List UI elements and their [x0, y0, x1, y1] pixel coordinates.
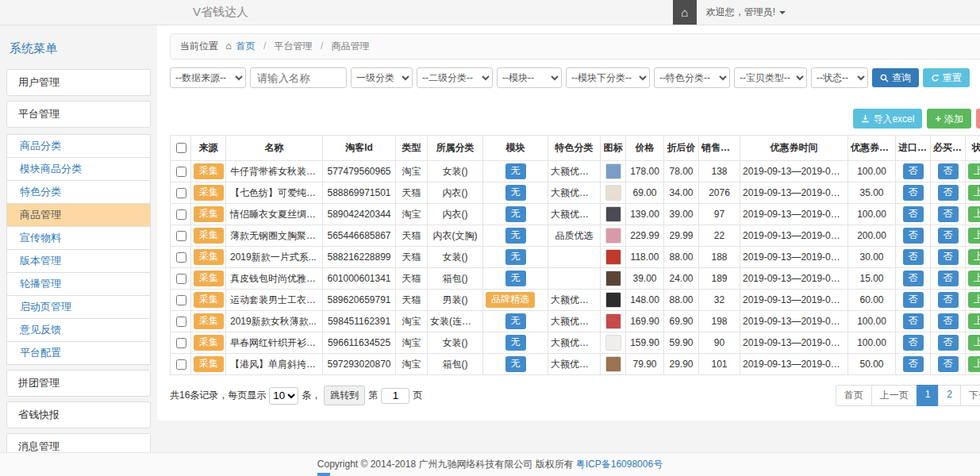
- import-select-toggle[interactable]: 否: [903, 185, 924, 201]
- sidebar-item[interactable]: 意见反馈: [6, 318, 151, 342]
- row-checkbox[interactable]: [176, 231, 186, 241]
- import-select-toggle[interactable]: 否: [903, 228, 924, 244]
- status-badge[interactable]: 上架: [968, 163, 980, 179]
- sidebar-item[interactable]: 省钱快报: [6, 401, 151, 428]
- import-select-cell: 否: [896, 311, 931, 332]
- select-all-checkbox[interactable]: [176, 143, 186, 153]
- breadcrumb-home-link[interactable]: 首页: [236, 40, 256, 52]
- price-cell: 159.90: [626, 332, 664, 354]
- status-badge[interactable]: 上架: [968, 249, 980, 265]
- filter-select[interactable]: --模块--: [497, 67, 562, 88]
- status-badge[interactable]: 上架: [968, 185, 980, 201]
- status-badge[interactable]: 上架: [968, 292, 980, 308]
- product-thumbnail: [605, 335, 621, 351]
- must-buy-toggle[interactable]: 否: [938, 228, 959, 244]
- sidebar-item[interactable]: 宣传物料: [6, 226, 151, 250]
- table-header-row: 来源名称淘客Id类型所属分类模块特色分类图标价格折后价销售数量优惠券时间优惠券金…: [171, 136, 980, 161]
- column-header: 价格: [626, 136, 664, 161]
- sidebar-item[interactable]: 轮播管理: [6, 272, 151, 296]
- must-buy-toggle[interactable]: 否: [938, 356, 959, 372]
- row-checkbox[interactable]: [176, 167, 186, 177]
- jump-button[interactable]: 跳转到: [324, 386, 365, 405]
- user-menu[interactable]: 欢迎您，管理员!: [706, 6, 786, 19]
- status-badge[interactable]: 上架: [968, 356, 980, 372]
- status-badge[interactable]: 上架: [968, 271, 980, 286]
- must-buy-toggle[interactable]: 否: [938, 249, 959, 265]
- must-buy-toggle[interactable]: 否: [938, 206, 959, 222]
- search-button[interactable]: 查询: [872, 68, 919, 87]
- filter-select[interactable]: 一级分类: [351, 67, 413, 88]
- row-checkbox[interactable]: [176, 188, 186, 198]
- status-badge[interactable]: 上架: [968, 335, 980, 351]
- column-header: 状态: [966, 136, 980, 161]
- import-select-toggle[interactable]: 否: [903, 313, 924, 329]
- sidebar-item[interactable]: 特色分类: [6, 180, 151, 204]
- row-checkbox[interactable]: [176, 274, 186, 284]
- batch-delete-button[interactable]: 批量删除: [976, 109, 980, 129]
- coupon-time-cell: 2019-09-13—2019-09-17: [740, 225, 848, 247]
- must-buy-toggle[interactable]: 否: [938, 163, 959, 179]
- per-page-select[interactable]: 10: [269, 387, 298, 405]
- import-select-toggle[interactable]: 否: [903, 271, 924, 286]
- sidebar-item[interactable]: 模块商品分类: [6, 157, 151, 181]
- import-select-toggle[interactable]: 否: [903, 249, 924, 265]
- import-select-cell: 否: [896, 354, 931, 375]
- filter-select[interactable]: --状态--: [811, 67, 868, 88]
- page-button[interactable]: 2: [938, 385, 961, 406]
- sidebar-item[interactable]: 商品分类: [6, 134, 151, 158]
- must-buy-cell: 否: [931, 311, 966, 332]
- sidebar-item[interactable]: 用户管理: [6, 69, 151, 96]
- source-cell: 采集: [191, 290, 226, 311]
- feature-category-cell: [548, 247, 601, 268]
- sidebar-item[interactable]: 启动页管理: [6, 295, 151, 319]
- import-select-toggle[interactable]: 否: [903, 292, 924, 308]
- sidebar-item[interactable]: 消息管理: [6, 433, 151, 452]
- page-number-input[interactable]: [381, 388, 409, 404]
- pagination-nav-button[interactable]: 下一页: [960, 385, 980, 406]
- name-search-input[interactable]: [250, 67, 347, 88]
- category-cell: 女装(): [428, 161, 483, 182]
- discount-price-cell: 88.00: [664, 290, 699, 311]
- pagination-nav-button[interactable]: 首页: [836, 385, 872, 406]
- sidebar-item[interactable]: 拼团管理: [6, 370, 151, 397]
- source-badge: 采集: [194, 163, 224, 179]
- row-checkbox[interactable]: [176, 252, 186, 263]
- must-buy-toggle[interactable]: 否: [938, 185, 959, 201]
- sidebar-item[interactable]: 平台管理: [6, 101, 151, 128]
- add-button[interactable]: + 添加: [927, 109, 971, 129]
- pagination-nav-button[interactable]: 上一页: [871, 385, 917, 406]
- row-checkbox[interactable]: [176, 209, 186, 220]
- icp-link[interactable]: 粤ICP备16098006号: [576, 458, 663, 471]
- filter-select[interactable]: --宝贝类型--: [734, 67, 807, 88]
- status-badge[interactable]: 上架: [968, 228, 980, 244]
- row-checkbox[interactable]: [176, 295, 186, 305]
- import-excel-button[interactable]: 导入excel: [853, 109, 922, 129]
- row-checkbox[interactable]: [176, 359, 186, 370]
- must-buy-toggle[interactable]: 否: [938, 292, 959, 308]
- row-checkbox[interactable]: [176, 317, 186, 327]
- search-button-label: 查询: [892, 73, 911, 83]
- filter-select[interactable]: --二级分类--: [417, 67, 493, 88]
- page-button[interactable]: 1: [917, 385, 940, 406]
- filter-select[interactable]: --模块下分类--: [566, 67, 650, 88]
- sidebar-item[interactable]: 商品管理: [6, 203, 151, 227]
- must-buy-toggle[interactable]: 否: [938, 313, 959, 329]
- import-select-toggle[interactable]: 否: [903, 356, 924, 372]
- product-thumbnail: [605, 163, 621, 179]
- module-badge: 无: [505, 313, 526, 329]
- import-select-toggle[interactable]: 否: [903, 335, 924, 351]
- home-button[interactable]: ⌂: [673, 0, 697, 25]
- filter-select[interactable]: --数据来源--: [170, 67, 246, 88]
- sidebar-item[interactable]: 平台配置: [6, 341, 151, 365]
- import-select-toggle[interactable]: 否: [903, 163, 924, 179]
- status-badge[interactable]: 上架: [968, 313, 980, 329]
- filter-bar: --数据来源--一级分类--二级分类----模块----模块下分类----特色分…: [170, 67, 980, 88]
- must-buy-toggle[interactable]: 否: [938, 271, 959, 286]
- import-select-toggle[interactable]: 否: [903, 206, 924, 222]
- sidebar-item[interactable]: 版本管理: [6, 249, 151, 273]
- status-badge[interactable]: 上架: [968, 206, 980, 222]
- reset-button[interactable]: 重置: [923, 68, 970, 87]
- row-checkbox[interactable]: [176, 338, 186, 348]
- filter-select[interactable]: --特色分类--: [654, 67, 730, 88]
- must-buy-toggle[interactable]: 否: [938, 335, 959, 351]
